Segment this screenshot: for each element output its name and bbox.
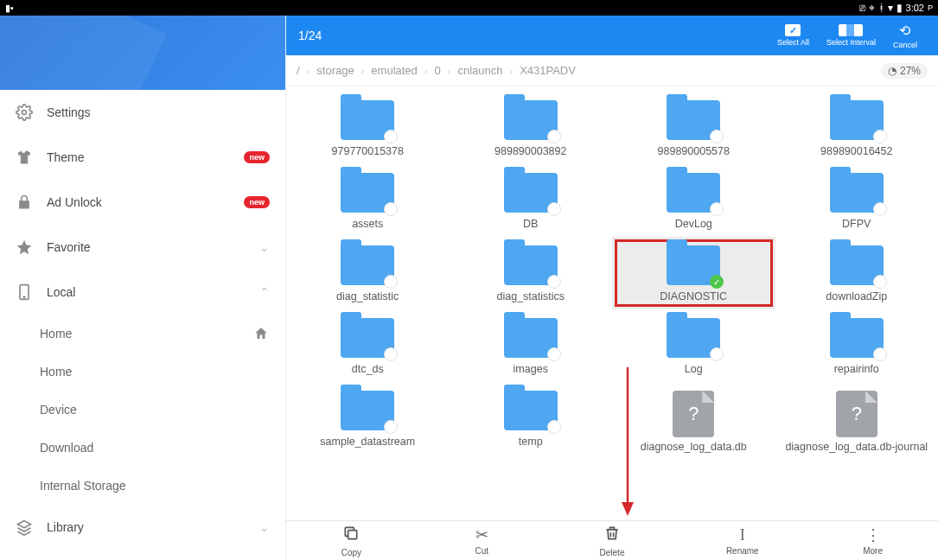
- action-label: Cancel: [893, 41, 917, 49]
- folder-item[interactable]: diag_statistic: [286, 237, 450, 309]
- item-name: DIAGNOSTIC: [660, 290, 727, 302]
- breadcrumb-item[interactable]: 0: [435, 64, 441, 77]
- folder-item[interactable]: images: [450, 309, 613, 382]
- item-name: downloadZip: [826, 290, 887, 302]
- sidebar-subitem-device[interactable]: Device: [0, 391, 285, 429]
- select-handle-icon[interactable]: [547, 130, 561, 143]
- file-icon: ?: [673, 391, 714, 437]
- sidebar-item-label: Theme: [47, 150, 230, 164]
- sidebar-subitem-download[interactable]: Download: [0, 429, 285, 467]
- sidebar-subitem-internal[interactable]: Internal Storage: [0, 467, 285, 505]
- delete-button[interactable]: Delete: [547, 521, 678, 560]
- sidebar-item-label: Internal Storage: [40, 479, 270, 493]
- item-name: diagnose_log_data.db: [641, 441, 747, 453]
- folder-icon: [504, 318, 558, 358]
- rename-button[interactable]: I Rename: [677, 521, 807, 560]
- folder-icon: [830, 100, 884, 140]
- layers-icon: [16, 519, 33, 536]
- sidebar-item-favorite[interactable]: Favorite ⌄: [0, 225, 285, 270]
- select-handle-icon[interactable]: [710, 130, 724, 143]
- android-status-bar: ▮▪ ⎚ ⌖ ᚼ ▾ ▮ 3:02 P: [0, 0, 938, 16]
- sidebar-item-library[interactable]: Library ⌄: [0, 505, 285, 550]
- folder-item[interactable]: 979770015378: [286, 92, 450, 164]
- cancel-button[interactable]: ⟲ Cancel: [884, 22, 926, 49]
- folder-item[interactable]: diag_statistics: [450, 237, 613, 309]
- select-handle-icon[interactable]: [384, 347, 398, 361]
- gear-icon: [16, 104, 33, 121]
- breadcrumb-item[interactable]: /: [297, 64, 300, 77]
- folder-icon: [830, 173, 884, 213]
- folder-item[interactable]: assets: [286, 164, 450, 237]
- storage-indicator[interactable]: ◔ 27%: [881, 63, 928, 79]
- breadcrumb-item[interactable]: storage: [316, 64, 354, 77]
- breadcrumb-item[interactable]: emulated: [371, 64, 417, 77]
- folder-icon: [830, 318, 884, 358]
- svg-point-2: [23, 296, 25, 298]
- folder-icon: [830, 245, 884, 285]
- folder-item[interactable]: 989890005578: [612, 92, 775, 164]
- item-name: DevLog: [675, 218, 712, 230]
- select-interval-button[interactable]: Select Interval: [818, 24, 884, 47]
- wifi-icon: ▾: [888, 3, 893, 13]
- select-handle-icon[interactable]: [547, 202, 561, 216]
- folder-item[interactable]: 989890016452: [775, 92, 939, 164]
- select-handle-icon[interactable]: [710, 347, 724, 361]
- item-name: diag_statistics: [496, 290, 565, 302]
- folder-item[interactable]: temp: [450, 382, 613, 460]
- folder-item[interactable]: dtc_ds: [286, 309, 450, 382]
- item-name: dtc_ds: [352, 363, 384, 375]
- file-icon: ?: [836, 391, 877, 437]
- select-handle-icon[interactable]: [547, 420, 561, 434]
- select-handle-icon[interactable]: [873, 130, 887, 143]
- folder-item[interactable]: DevLog: [612, 164, 775, 237]
- item-name: assets: [352, 218, 383, 230]
- sidebar-subitem-home2[interactable]: Home: [0, 353, 285, 391]
- action-label: Delete: [600, 548, 625, 557]
- camera-icon: ▮▪: [5, 3, 14, 14]
- sidebar-subitem-home[interactable]: Home: [0, 315, 285, 353]
- folder-item[interactable]: downloadZip: [775, 237, 939, 309]
- folder-item[interactable]: 989890003892: [450, 92, 613, 164]
- breadcrumb-item[interactable]: cnlaunch: [457, 64, 502, 77]
- select-handle-icon[interactable]: [384, 130, 398, 143]
- more-button[interactable]: ⋮ More: [807, 521, 938, 560]
- new-badge: new: [244, 151, 270, 163]
- folder-item[interactable]: sample_datastream: [286, 382, 450, 460]
- file-item[interactable]: ?diagnose_log_data.db-journal: [775, 382, 939, 460]
- sidebar-item-label: Library: [47, 520, 246, 534]
- home-icon: [252, 325, 270, 342]
- select-handle-icon[interactable]: [547, 275, 561, 289]
- cast-icon: ⎚: [859, 3, 865, 13]
- sidebar-item-local[interactable]: Local ⌃: [0, 270, 285, 315]
- sidebar-item-theme[interactable]: Theme new: [0, 135, 285, 180]
- cut-button[interactable]: ✂ Cut: [417, 521, 547, 560]
- breadcrumb-item[interactable]: X431PADV: [520, 64, 576, 77]
- copy-button[interactable]: Copy: [286, 521, 417, 560]
- select-handle-icon[interactable]: [873, 202, 887, 216]
- select-handle-icon[interactable]: [384, 420, 398, 434]
- checkbox-icon: ✓: [785, 24, 801, 36]
- folder-icon: [667, 100, 720, 140]
- sidebar-item-adunlock[interactable]: Ad Unlock new: [0, 180, 285, 225]
- select-handle-icon[interactable]: [873, 347, 887, 361]
- select-handle-icon[interactable]: [873, 275, 887, 289]
- sidebar-item-settings[interactable]: Settings: [0, 90, 285, 135]
- item-name: 989890005578: [658, 145, 730, 157]
- item-name: diag_statistic: [336, 290, 399, 302]
- folder-item[interactable]: ✓DIAGNOSTIC: [612, 237, 775, 309]
- file-item[interactable]: ?diagnose_log_data.db: [612, 382, 775, 460]
- folder-item[interactable]: DFPV: [775, 164, 939, 237]
- select-handle-icon[interactable]: [384, 202, 398, 216]
- chevron-right-icon: ›: [448, 66, 451, 76]
- item-name: images: [514, 363, 548, 375]
- check-badge-icon[interactable]: ✓: [710, 275, 724, 289]
- folder-item[interactable]: DB: [450, 164, 613, 237]
- folder-item[interactable]: repairinfo: [775, 309, 939, 382]
- chevron-right-icon: ›: [361, 66, 365, 76]
- select-all-button[interactable]: ✓ Select All: [769, 24, 818, 47]
- select-handle-icon[interactable]: [384, 275, 398, 289]
- select-handle-icon[interactable]: [547, 347, 561, 361]
- folder-item[interactable]: Log: [612, 309, 775, 382]
- item-name: sample_datastream: [320, 436, 415, 448]
- select-handle-icon[interactable]: [710, 202, 724, 216]
